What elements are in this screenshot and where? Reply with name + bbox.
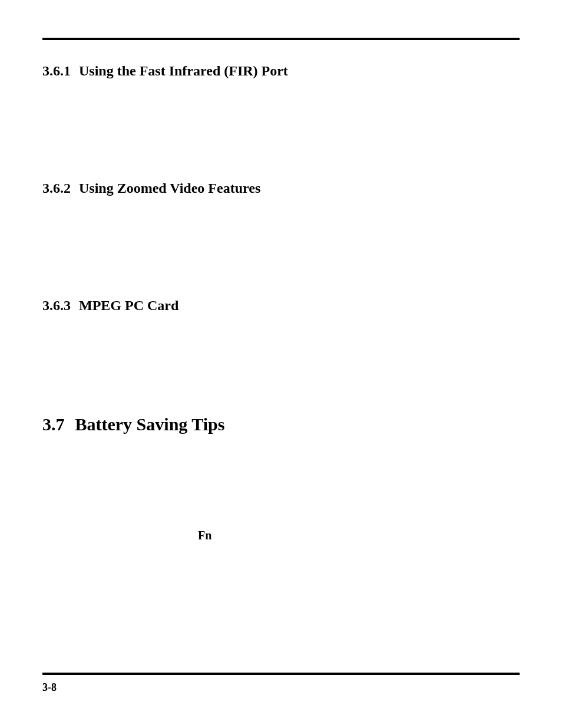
heading-number: 3.6.1 <box>42 62 71 80</box>
heading-title: Using Zoomed Video Features <box>79 180 520 197</box>
section-361: 3.6.1 Using the Fast Infrared (FIR) Port <box>42 62 520 80</box>
heading-title: Using the Fast Infrared (FIR) Port <box>79 62 520 80</box>
fn-key-label: Fn <box>198 529 211 542</box>
heading-37: 3.7 Battery Saving Tips <box>42 414 520 435</box>
heading-363: 3.6.3 MPEG PC Card <box>42 297 520 314</box>
top-rule <box>42 38 520 40</box>
bottom-rule <box>42 673 520 675</box>
section-37: 3.7 Battery Saving Tips <box>42 414 520 435</box>
heading-361: 3.6.1 Using the Fast Infrared (FIR) Port <box>42 62 520 80</box>
section-362: 3.6.2 Using Zoomed Video Features <box>42 180 520 197</box>
heading-title: MPEG PC Card <box>79 297 520 314</box>
page: 3.6.1 Using the Fast Infrared (FIR) Port… <box>0 0 562 728</box>
heading-number: 3.7 <box>42 414 65 435</box>
page-number: 3-8 <box>42 681 57 694</box>
section-363: 3.6.3 MPEG PC Card <box>42 297 520 314</box>
heading-number: 3.6.2 <box>42 180 71 197</box>
heading-number: 3.6.3 <box>42 297 71 314</box>
heading-362: 3.6.2 Using Zoomed Video Features <box>42 180 520 197</box>
heading-title: Battery Saving Tips <box>75 414 520 435</box>
